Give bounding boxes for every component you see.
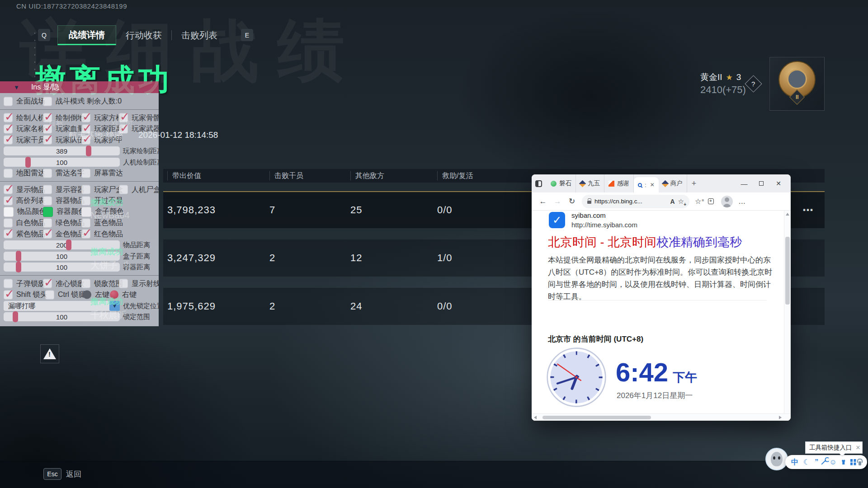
checkbox[interactable] [43,169,52,178]
menu-option[interactable]: 显示容器 [43,185,85,194]
tab-close-icon[interactable]: ✕ [650,182,655,188]
checkbox[interactable] [81,279,90,288]
browser-more-icon[interactable]: … [738,197,745,206]
qq-apps-grid-icon[interactable] [850,459,854,465]
menu-option[interactable]: Ctrl 锁腿 [45,290,85,300]
slider-handle[interactable] [16,251,21,262]
checkbox[interactable] [43,185,52,194]
slider-handle[interactable] [25,157,31,168]
qq-lock-icon[interactable] [859,461,861,465]
qq-smiley-icon[interactable]: ☺ [830,459,837,466]
slider[interactable]: 100 [4,158,120,167]
slider[interactable]: 389 [4,146,120,155]
menu-option[interactable]: 全面战场 [4,97,45,106]
checkbox-checked[interactable] [81,230,90,239]
result-title-link[interactable]: 北京时间 - 北京时间校准精确到毫秒 [548,234,742,250]
menu-option[interactable]: 物品颜色 [4,207,46,217]
checkbox-checked[interactable] [4,290,13,299]
checkbox[interactable] [4,169,13,178]
menu-option[interactable]: 地图雷达 [4,169,45,178]
menu-option[interactable]: 容器颜色 [43,207,85,217]
collapse-icon[interactable]: ▼ [14,84,19,91]
refresh-button[interactable]: ↻ [565,197,579,206]
forward-button[interactable]: → [551,197,564,206]
menu-option[interactable]: 高价列表 [4,196,45,206]
checkbox-checked[interactable] [4,196,13,205]
qq-penguin-avatar[interactable] [765,448,788,470]
address-bar[interactable]: https://cn.bing.c... A ☆+ [582,195,689,208]
tab-loot[interactable]: 行动收获 [116,25,171,45]
browser-tab[interactable]: 感谢 [604,174,634,192]
browser-tab[interactable]: 磐石 [547,174,576,192]
new-tab-button[interactable]: + [692,179,697,188]
qq-shirt-icon[interactable] [842,460,845,465]
checkbox[interactable] [119,185,128,194]
browser-tab-active[interactable]: :✕ [634,177,659,192]
menu-option[interactable]: 金色物品 [43,229,85,239]
color-swatch[interactable] [81,207,91,217]
vertical-scrollbar[interactable] [784,211,791,413]
horizontal-scroll-thumb[interactable] [542,416,651,419]
browser-tab[interactable]: 商户 [659,174,687,192]
color-swatch[interactable] [4,207,14,217]
favorite-star-icon[interactable]: ☆+ [678,197,684,206]
close-button[interactable]: ✕ [770,180,787,187]
horizontal-scrollbar[interactable] [532,413,791,421]
checkbox[interactable] [43,196,52,205]
checkbox-checked[interactable] [4,136,13,145]
menu-option[interactable]: 人机尸盒 [119,185,159,194]
rank-help-button[interactable]: ? [745,75,762,92]
menu-option[interactable]: 玩家尸盒 [81,185,123,194]
menu-option[interactable]: 战斗模式 [43,97,85,106]
read-aloud-icon[interactable]: A [670,198,675,205]
slider-handle[interactable] [66,239,71,250]
checkbox-checked[interactable] [4,230,13,239]
menu-option[interactable]: Shift 锁头 [4,290,47,300]
color-swatch[interactable] [43,207,53,217]
checkbox[interactable] [119,279,128,288]
browser-tab[interactable]: 九五 [576,174,604,192]
checkbox-checked[interactable] [43,230,52,239]
tab-workspace-icon[interactable] [535,180,542,187]
menu-option[interactable]: 紫色物品 [4,229,45,239]
tooltip-close-icon[interactable]: ✕ [856,444,861,451]
checkbox-checked[interactable] [43,279,52,288]
tab-battle-detail[interactable]: 战绩详情 [57,25,116,45]
menu-option[interactable]: 准心锁敌 [43,279,85,288]
checkbox[interactable] [4,97,13,106]
checkbox[interactable] [45,290,54,299]
url-text[interactable]: https://cn.bing.c... [594,198,667,205]
vertical-scroll-thumb[interactable] [785,237,790,305]
minimize-button[interactable]: — [736,180,753,188]
slider-handle[interactable] [13,311,18,322]
checkbox[interactable] [81,185,90,194]
menu-option[interactable]: 雷达名字 [43,169,85,178]
slider-handle[interactable] [86,145,91,156]
slider-handle[interactable] [16,262,21,272]
maximize-button[interactable] [753,179,770,188]
result-site-name[interactable]: syiban.com [571,211,606,219]
qq-wrench-icon[interactable] [821,460,826,465]
menu-option[interactable]: 容器物品 [43,196,85,206]
menu-option[interactable]: 玩家干员 [4,135,45,145]
collections-icon[interactable] [708,198,714,204]
menu-option[interactable]: 锁敌范围 [81,279,123,288]
qq-moon-icon[interactable]: ☾ [803,459,810,466]
result-site-url[interactable]: http://time.syiban.com [571,221,637,229]
checkbox[interactable] [43,97,52,106]
checkbox-checked[interactable] [43,136,52,145]
menu-option[interactable]: 屏幕雷达 [81,169,123,178]
checkbox[interactable] [81,196,90,205]
menu-option[interactable]: 显示射线 [119,279,159,288]
esc-back-control[interactable]: Esc 返回 [43,468,81,480]
esc-key-icon[interactable]: Esc [43,468,61,480]
row-more-button[interactable]: ⋯ [802,204,814,216]
checkbox[interactable] [81,169,90,178]
cheat-menu-header[interactable]: ▼ Ins 显/隐 [0,81,159,93]
qq-quotes-icon[interactable]: ” [815,459,818,466]
tab-kill-list[interactable]: 击败列表 [172,25,227,45]
back-button[interactable]: ← [536,197,550,206]
qq-chinese-input-icon[interactable]: 中 [791,459,798,466]
menu-option[interactable]: 红色物品 [81,229,123,239]
profile-avatar[interactable] [721,196,733,207]
